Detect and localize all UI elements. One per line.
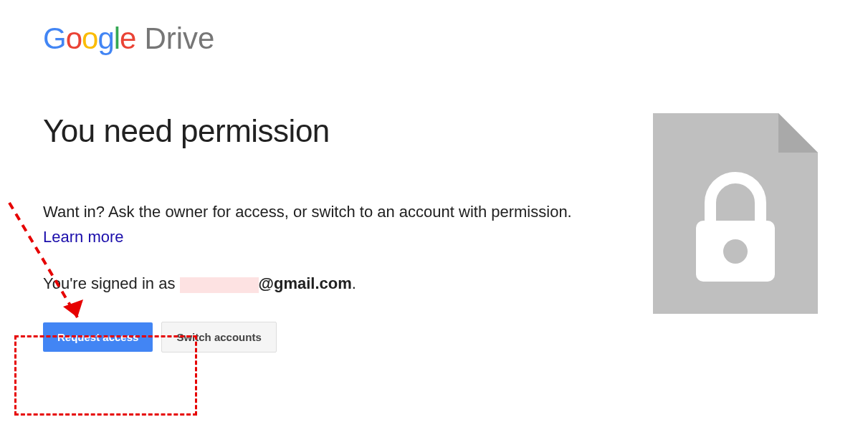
learn-more-link[interactable]: Learn more	[43, 228, 124, 246]
lock-document-icon	[653, 113, 818, 314]
request-access-button[interactable]: Request access	[43, 322, 153, 352]
page-title: You need permission	[43, 113, 616, 149]
email-suffix: @gmail.com	[259, 274, 352, 292]
drive-logo-text: Drive	[144, 21, 214, 56]
signed-in-period: .	[352, 274, 356, 292]
product-logo: Google Drive	[43, 21, 825, 56]
email-redacted	[180, 277, 259, 293]
switch-accounts-button[interactable]: Switch accounts	[161, 322, 276, 353]
signed-in-prefix: You're signed in as	[43, 274, 180, 292]
signed-in-text: You're signed in as @gmail.com.	[43, 274, 616, 293]
svg-point-2	[723, 239, 748, 264]
description-prefix: Want in? Ask the owner for access, or sw…	[43, 203, 572, 221]
google-logo-text: Google	[43, 21, 135, 56]
description-text: Want in? Ask the owner for access, or sw…	[43, 199, 616, 249]
